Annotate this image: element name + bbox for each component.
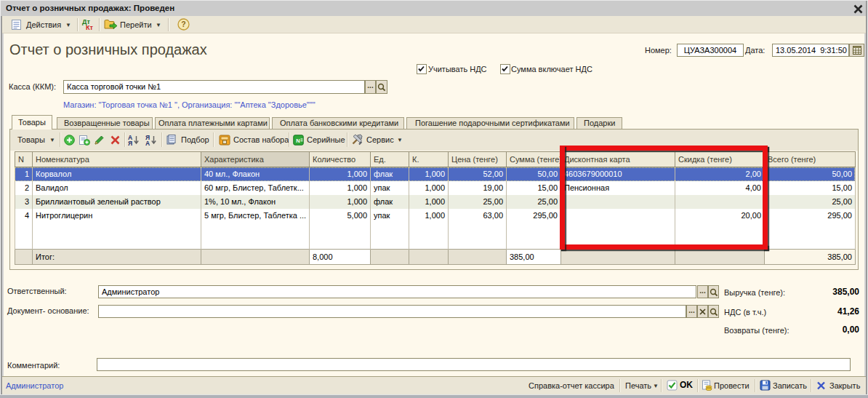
- svg-text:?: ?: [181, 20, 185, 28]
- svg-text:А: А: [145, 140, 150, 146]
- svg-text:N: N: [296, 138, 300, 144]
- svg-text:Я: Я: [128, 140, 132, 146]
